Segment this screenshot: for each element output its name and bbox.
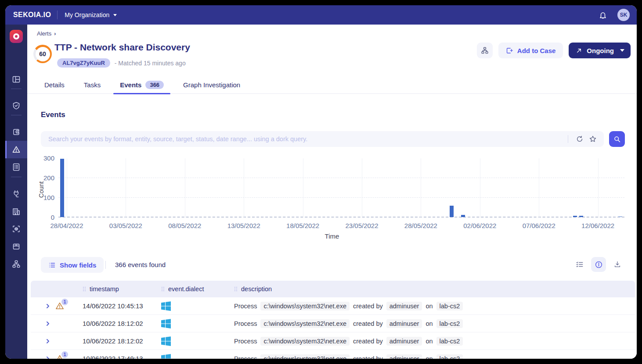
chart-bar[interactable] (573, 216, 577, 217)
alert-count-badge: 1 (61, 299, 68, 305)
expand-chevron-icon[interactable] (46, 321, 50, 326)
page-title: TTP - Network share Discovery (54, 42, 190, 53)
bell-icon[interactable] (598, 10, 608, 20)
organization-selector[interactable]: My Organization (65, 11, 117, 18)
chart-bar[interactable] (60, 159, 64, 217)
warning-icon: 1 (55, 354, 65, 359)
description-text: on (426, 303, 433, 310)
avatar[interactable]: SK (617, 9, 630, 21)
sidebar-item-network[interactable] (5, 255, 27, 273)
alert-triangle-icon (12, 145, 21, 154)
column-settings-button[interactable] (572, 257, 587, 272)
breadcrumb-alerts[interactable]: Alerts (37, 30, 51, 37)
intake-folder-icon (12, 128, 21, 136)
process-chip[interactable]: c:\windows\system32\net.exe (260, 337, 350, 346)
column-header-timestamp[interactable]: timestamp (83, 285, 161, 293)
description-cell: Process c:\windows\system32\net.exe crea… (234, 337, 635, 346)
show-fields-button[interactable]: Show fields (41, 257, 104, 273)
tab-tasks-label: Tasks (84, 81, 101, 89)
host-chip[interactable]: lab-cs2 (436, 337, 463, 346)
tab-events[interactable]: Events 366 (113, 76, 170, 94)
process-chip[interactable]: c:\windows\system32\net.exe (260, 319, 350, 328)
chevron-down-icon[interactable] (620, 49, 624, 52)
topbar-divider (57, 11, 58, 19)
checklist-icon (576, 261, 584, 268)
rules-document-icon (12, 163, 21, 171)
x-tick-label: 28/04/2022 (50, 222, 83, 229)
refresh-button[interactable] (573, 132, 586, 146)
chart-hgridline (58, 178, 624, 178)
timestamp-cell: 14/06/2022 10:45:13 (83, 302, 161, 310)
main-content: Alerts › 60 TTP - Network share Discover… (27, 25, 637, 359)
process-chip[interactable]: c:\windows\system32\net.exe (260, 354, 350, 359)
tab-graph-investigation[interactable]: Graph Investigation (177, 76, 247, 94)
y-tick-label: 0 (51, 214, 54, 221)
drag-handle-icon[interactable] (83, 286, 86, 292)
description-text: on (426, 338, 433, 345)
download-icon (613, 261, 621, 268)
user-chip[interactable]: adminuser (386, 337, 422, 346)
host-chip[interactable]: lab-cs2 (436, 354, 463, 359)
x-tick-label: 18/05/2022 (286, 222, 319, 229)
table-row[interactable]: 1 10/06/2022 17:49:13 Process c:\windows… (31, 350, 635, 359)
sidebar-item-dashboards[interactable] (5, 71, 27, 88)
info-panel-button[interactable] (591, 257, 606, 272)
sidebar-item-playbooks[interactable] (5, 185, 27, 203)
logo-ring-icon (13, 33, 19, 39)
chart-vgridline (185, 158, 185, 218)
description-text: Process (234, 303, 257, 310)
chart-plot-area (58, 158, 624, 218)
graph-view-button[interactable] (477, 43, 493, 58)
alert-id-badge[interactable]: AL7vgZ7yKuuR (57, 58, 110, 68)
add-to-case-button[interactable]: Add to Case (498, 43, 563, 58)
sidebar-item-intakes[interactable] (5, 123, 27, 141)
chart-bar[interactable] (450, 206, 454, 217)
chart-vgridline (303, 158, 303, 218)
status-label: Ongoing (587, 47, 614, 54)
drag-handle-icon[interactable] (161, 286, 165, 292)
app-logo[interactable] (10, 30, 23, 43)
sidebar-item-threat-detection[interactable] (5, 220, 27, 238)
favorite-query-button[interactable] (586, 132, 599, 146)
sidebar-item-alerts[interactable] (5, 141, 27, 158)
chart-bar[interactable] (461, 215, 465, 217)
description-text: Process (234, 338, 257, 345)
sidebar-item-organization[interactable] (5, 203, 27, 220)
alert-score-value: 60 (36, 47, 50, 61)
chart-bar[interactable] (579, 216, 583, 217)
table-row[interactable]: 1 14/06/2022 10:45:13 Process c:\windows… (31, 297, 635, 315)
process-chip[interactable]: c:\windows\system32\net.exe (260, 302, 350, 310)
chart-vgridline (67, 158, 67, 218)
arrow-up-right-icon (576, 47, 582, 54)
host-chip[interactable]: lab-cs2 (436, 319, 463, 328)
table-row[interactable]: 10/06/2022 18:12:02 Process c:\windows\s… (31, 332, 635, 350)
x-tick-label: 07/06/2022 (523, 222, 555, 229)
breadcrumb[interactable]: Alerts › (37, 30, 56, 37)
sidebar-item-rules[interactable] (5, 158, 27, 176)
expand-chevron-icon[interactable] (46, 303, 50, 309)
status-button[interactable]: Ongoing (569, 43, 631, 58)
sidebar-item-protect[interactable] (5, 97, 27, 114)
x-tick-label: 03/05/2022 (109, 222, 142, 229)
tab-details[interactable]: Details (38, 76, 71, 94)
host-chip[interactable]: lab-cs2 (436, 302, 463, 310)
table-row[interactable]: 10/06/2022 18:12:02 Process c:\windows\s… (31, 315, 635, 332)
search-button[interactable] (609, 131, 625, 147)
brand-logo: SEKOIA.IO (13, 11, 51, 19)
chart-bar[interactable] (618, 216, 622, 217)
description-text: Process (234, 320, 257, 327)
sidebar-item-archives[interactable] (5, 238, 27, 255)
user-chip[interactable]: adminuser (386, 302, 422, 310)
tab-tasks[interactable]: Tasks (77, 76, 107, 94)
column-header-description[interactable]: description (234, 285, 635, 293)
user-chip[interactable]: adminuser (386, 319, 422, 328)
expand-chevron-icon[interactable] (46, 339, 50, 344)
search-input[interactable] (48, 136, 563, 143)
user-chip[interactable]: adminuser (386, 354, 422, 359)
star-icon (589, 135, 597, 143)
expand-chevron-icon[interactable] (46, 356, 50, 359)
download-button[interactable] (610, 257, 625, 272)
tab-details-label: Details (44, 81, 65, 89)
drag-handle-icon[interactable] (234, 286, 238, 292)
column-header-dialect[interactable]: event.dialect (161, 285, 234, 293)
